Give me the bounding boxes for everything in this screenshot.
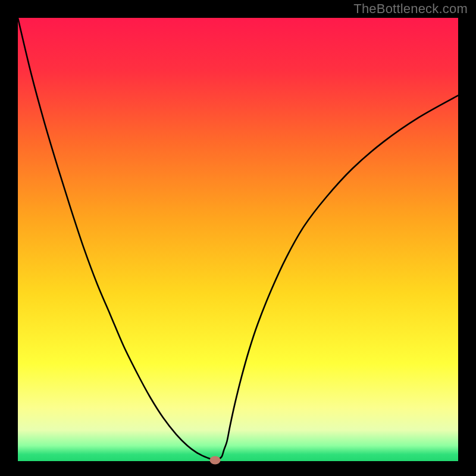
chart-frame: { "watermark": "TheBottleneck.com", "cha…: [0, 0, 476, 476]
bottleneck-chart: [0, 0, 476, 476]
optimal-point-marker: [210, 456, 221, 465]
plot-background: [18, 18, 458, 461]
watermark-text: TheBottleneck.com: [353, 1, 468, 17]
